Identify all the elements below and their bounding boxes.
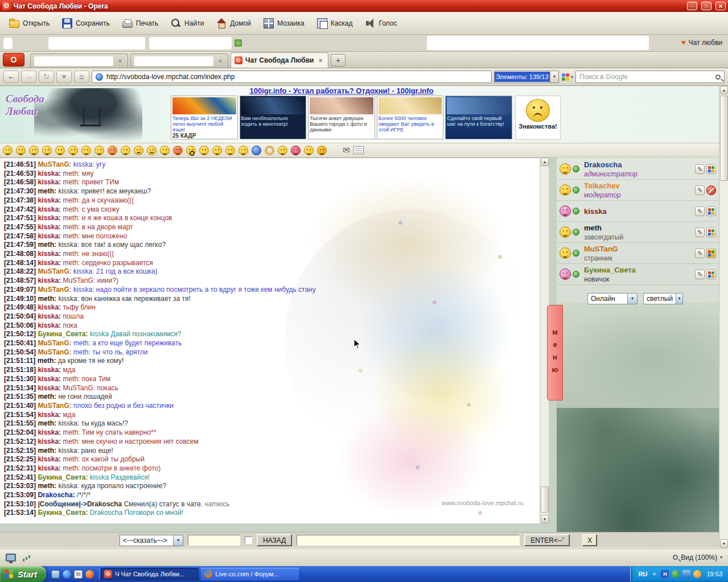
emoticon-angry-icon[interactable] [173,146,183,155]
emoticon-cry-icon[interactable] [134,146,143,155]
recipient-input[interactable] [188,535,240,546]
quicklaunch-media-icon[interactable] [85,570,94,579]
language-indicator[interactable]: RU [639,571,648,577]
quicklaunch-mail-icon[interactable] [74,570,83,579]
user-row[interactable]: Tolkachevмодератор [557,180,719,201]
emoticon-sun-icon[interactable] [317,146,327,155]
monitor-icon[interactable] [6,554,16,562]
url-field[interactable]: http://svoboda-love.mpchat.com/index.php [92,71,492,83]
toolbar-cascade-button[interactable]: Каскад [311,14,359,32]
user-row[interactable]: methзавсегдатый [557,222,719,243]
ad-banner-3[interactable]: Тысячи анкет девушек Вашего города с фот… [308,96,375,139]
edit-user-icon[interactable] [695,270,705,279]
toolbar-voice-button[interactable]: Голос [360,14,403,32]
ad-banner-1[interactable]: Теперь ВЫ за 2 НЕДЕЛИ легко выучите любо… [171,96,238,139]
menu-tab[interactable]: меню [547,305,563,401]
home-button[interactable] [74,71,89,83]
chevron-down-icon[interactable] [550,71,558,82]
reload-button[interactable] [39,71,54,83]
tray-chevron-icon[interactable] [650,570,658,578]
emoticon-devil-icon[interactable] [108,146,117,155]
emoticon-kiss-icon[interactable] [212,146,222,155]
scrollbar-thumb[interactable] [720,96,728,181]
search-engine-selector[interactable] [561,73,573,81]
browser-tab-active[interactable]: OЧат Свобода Любви× [231,52,328,68]
toolbar-find-button[interactable]: Найти [165,14,209,32]
toolbar-home-button[interactable]: Домой [211,14,257,32]
user-row[interactable]: Букина_Светановичок [557,264,719,285]
user-row[interactable]: Drakoschaадминистратор [557,159,719,180]
ad-banner-2[interactable]: Вам необязательно ходить в кинотеатр! [240,96,307,139]
palette-icon[interactable] [706,164,716,174]
edit-user-icon[interactable] [695,228,705,237]
emoticon-grin-icon[interactable] [16,146,26,155]
emoticon-tongue-icon[interactable] [42,146,52,155]
user-row[interactable]: MuSTanGстранник [557,243,719,264]
tab-close-icon[interactable]: × [216,57,224,64]
tray-network-icon[interactable] [682,570,690,578]
tab-close-icon[interactable]: × [316,57,324,64]
ad-banner-4[interactable]: Более 5000 человек ожидают Вас увидеть в… [377,96,444,139]
emoticon-smile-icon[interactable] [3,146,13,155]
toolbar-open-button[interactable]: Открыть [3,14,55,32]
tray-messenger-icon[interactable] [661,570,669,578]
search-input[interactable]: Поиск в Google [575,71,725,83]
palette-icon[interactable] [706,249,716,258]
zoom-control[interactable]: Вид (100%) [673,554,722,562]
emoticon-smile2-icon[interactable] [278,146,287,155]
window-titlebar[interactable]: O Чат Свобода Любви - Opera [0,0,728,12]
scroll-up-icon[interactable] [541,158,549,166]
stop-button[interactable] [56,71,72,83]
site-logo[interactable]: Свобода Любви [0,86,171,143]
edit-user-icon[interactable] [695,164,705,174]
forward-button[interactable] [21,71,36,83]
emoticon-zip-icon[interactable] [199,146,209,155]
emoticon-smirk-icon[interactable] [94,146,104,155]
toolbar-print-button[interactable]: Печать [117,15,164,32]
maximize-button[interactable] [701,2,711,10]
toolbar-save-button[interactable]: Сохранить [56,14,116,32]
user-row[interactable]: kisska [557,201,719,222]
tab-close-icon[interactable]: × [116,57,124,64]
back-button[interactable] [3,71,19,83]
browser-tab-1[interactable]: × [30,53,128,68]
emoticon-laugh2-icon[interactable] [304,146,314,155]
taskbar-task-1[interactable]: Ч Чат Свобода Любви... [101,568,199,580]
start-button[interactable]: Start [0,566,46,582]
tray-antivirus-icon[interactable] [672,570,680,578]
message-input[interactable] [297,535,520,546]
emoticon-wink-icon[interactable] [29,146,39,155]
palette-icon[interactable] [706,207,716,216]
board-icon[interactable] [353,146,364,154]
online-filter-select[interactable]: Онлайн [587,293,637,304]
clear-button[interactable]: X [582,534,597,546]
ad-top-link[interactable]: 100igr.info - Устал работать? Отдохни! -… [171,86,512,95]
scroll-up-icon[interactable] [720,86,728,94]
scroll-down-icon[interactable] [720,539,728,548]
scrollbar-thumb[interactable] [541,486,549,513]
page-scrollbar[interactable] [719,86,728,548]
emoticon-shock-icon[interactable] [186,146,196,155]
opera-menu-button[interactable]: O [3,53,24,67]
dating-promo[interactable]: Знакомства! [515,96,561,140]
new-tab-button[interactable] [331,54,346,67]
edit-user-icon[interactable] [695,207,705,216]
taskbar-clock[interactable]: 19:53 [706,571,722,577]
ban-icon[interactable] [706,185,716,195]
palette-icon[interactable] [706,270,716,279]
chat-love-panel-label[interactable]: ♥Чат любви [681,39,722,47]
edit-user-icon[interactable] [695,249,705,258]
minimize-button[interactable] [687,2,697,10]
signal-icon[interactable] [23,554,33,562]
elements-counter-dropdown[interactable]: Элементы: 139/13 [494,71,559,83]
palette-icon[interactable] [706,228,716,237]
emoticon-party-icon[interactable] [238,146,248,155]
close-button[interactable] [715,2,726,10]
emoticon-sad-icon[interactable] [147,146,157,155]
search-icon[interactable] [715,75,721,80]
emoticon-plain-icon[interactable] [160,146,170,155]
taskbar-task-2[interactable]: Live-co.com / Форум... [201,568,299,580]
scroll-down-icon[interactable] [541,515,549,523]
private-checkbox[interactable] [245,536,252,544]
quicklaunch-desktop-icon[interactable] [51,570,60,579]
